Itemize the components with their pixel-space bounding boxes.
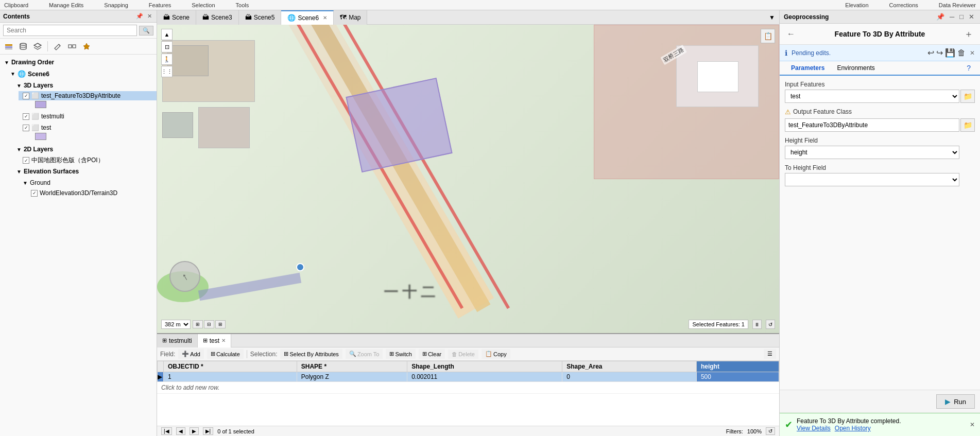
map-viewport[interactable]: 双桥三路 一十二 ▲ ⊡ 🚶 ⋮⋮ ↑ 📋 [157,25,779,333]
geo-pending-close[interactable]: ✕ [970,49,975,57]
prev-record-btn[interactable]: ◀ [176,427,185,435]
geo-back-button[interactable]: ← [785,28,797,40]
edit-icon[interactable] [52,41,63,52]
pin-button[interactable]: 📌 [134,12,145,20]
tab-map[interactable]: 🗺 Map [334,10,367,25]
layer-checkbox-testmulti[interactable] [23,113,29,120]
view-details-link[interactable]: View Details [797,425,831,432]
attr-tab-testmulti[interactable]: ⊞ testmulti [157,334,198,347]
geo-undo-btn[interactable]: ↩ [927,48,934,58]
switch-button[interactable]: ⊞ Switch [386,349,415,359]
run-button[interactable]: ▶ Run [936,394,975,409]
layers-2d-label[interactable]: ▼ 2D Layers [12,144,157,155]
tab-scene3[interactable]: 🏔 Scene3 [196,10,239,25]
geo-tab-environments[interactable]: Environments [831,61,881,76]
tab-dropdown-button[interactable]: ▼ [765,14,779,21]
geo-discard-btn[interactable]: 🗑 [957,48,966,58]
group-icon[interactable] [66,41,78,52]
geo-close-btn[interactable]: ✕ [967,12,976,21]
layer-item-testmulti[interactable]: ⬜ testmulti [19,112,157,121]
geo-redo-btn[interactable]: ↪ [936,48,943,58]
layer-item-china-map[interactable]: 中国地图彩色版（含POI） [19,155,157,166]
elevation-surfaces-label[interactable]: ▼ Elevation Surfaces [12,166,157,177]
calculate-button[interactable]: ⊞ Calculate [207,349,244,359]
col-header-shape-length[interactable]: Shape_Length [407,361,562,372]
tab-scene5[interactable]: 🏔 Scene5 [239,10,282,25]
geo-add-button[interactable]: ＋ [962,28,975,40]
col-header-objectid[interactable]: OBJECTID * [164,361,297,372]
tab-scene6[interactable]: 🌐 Scene6 ✕ [281,10,334,25]
layer-checkbox-test[interactable] [23,125,29,131]
geo-help-button[interactable]: ? [962,61,975,75]
tab-scene6-close[interactable]: ✕ [323,15,327,21]
geo-tab-parameters[interactable]: Parameters [785,61,831,76]
cell-height[interactable]: 500 [696,372,779,382]
select-by-attributes-button[interactable]: ⊞ Select By Attributes [280,349,342,359]
scale-btn-3[interactable]: ⊞ [215,320,226,328]
zoom-to-button[interactable]: 🔍 Zoom To [346,349,383,359]
tab-scene[interactable]: 🏔 Scene [157,10,196,25]
col-header-shape[interactable]: SHAPE * [297,361,407,372]
add-field-button[interactable]: ➕ Add [178,349,204,359]
ground-label[interactable]: ▼ Ground [19,177,157,188]
output-folder-btn[interactable]: 📁 [960,118,975,132]
map-zoom-in-btn[interactable]: ▲ [161,29,173,40]
database-icon[interactable] [18,41,29,52]
map-note-icon[interactable]: 📋 [761,29,775,43]
cell-objectid[interactable]: 1 [164,372,297,382]
input-features-folder-btn[interactable]: 📁 [960,90,975,103]
cell-shape[interactable]: Polygon Z [297,372,407,382]
table-row[interactable]: ▶ 1 Polygon Z 0.002011 0 500 [158,372,779,382]
layer-icon[interactable] [32,41,43,52]
open-history-link[interactable]: Open History [835,425,871,432]
zoom-refresh-btn[interactable]: ↺ [766,427,775,435]
delete-button[interactable]: 🗑 Delete [448,350,478,359]
menu-button[interactable]: ☰ [764,349,776,359]
geo-pin-btn[interactable]: 📌 [935,12,946,21]
output-feature-class-input[interactable] [785,118,959,132]
clear-button[interactable]: ⊞ Clear [419,349,445,359]
map-zoom-out-btn[interactable]: 🚶 [161,54,173,65]
scale-select[interactable]: 382 m [161,320,191,329]
success-close-btn[interactable]: ✕ [970,421,975,428]
next-record-btn[interactable]: ▶ [190,427,199,435]
copy-button[interactable]: 📋 Copy [482,349,510,359]
cell-shape-area[interactable]: 0 [562,372,697,382]
layer-checkbox-world-elev[interactable] [31,190,38,197]
search-button[interactable]: 🔍 [139,26,153,36]
add-layer-icon[interactable] [3,41,14,52]
refresh-button[interactable]: ↺ [766,320,775,329]
attribute-table[interactable]: OBJECTID * SHAPE * Shape_Length Shape_Ar… [157,361,779,426]
layer-item-test-feature[interactable]: ⬜ test_FeatureTo3DByAttribute [19,91,157,100]
new-row-hint[interactable]: Click to add new row. [157,382,779,394]
col-header-shape-area[interactable]: Shape_Area [562,361,697,372]
layer-checkbox-china[interactable] [23,157,29,164]
col-header-height[interactable]: height [696,361,779,372]
scale-btn-2[interactable]: ⊟ [204,320,214,328]
first-record-btn[interactable]: |◀ [161,427,172,435]
layer-checkbox-feature[interactable] [23,93,29,99]
cell-shape-length[interactable]: 0.002011 [407,372,562,382]
map-zoom-extent-btn[interactable]: ⊡ [161,41,173,53]
layer-item-world-elevation[interactable]: WorldElevation3D/Terrain3D [19,188,157,198]
attr-tab-test[interactable]: ⊞ test ✕ [198,334,231,347]
search-input[interactable] [3,25,137,36]
geo-maximize-btn[interactable]: □ [958,12,965,21]
close-panel-button[interactable]: ✕ [146,12,153,20]
last-record-btn[interactable]: ▶| [203,427,214,435]
input-features-select[interactable]: test [785,90,959,103]
map-navigate-btn[interactable]: ⋮⋮ [161,66,173,77]
geo-minimize-btn[interactable]: ─ [948,12,956,21]
nav-compass[interactable]: ↑ [169,261,200,292]
scene6-label[interactable]: ▼ 🌐 Scene6 [6,68,157,80]
layers-3d-label[interactable]: ▼ 3D Layers [12,80,157,91]
star-icon[interactable] [81,41,92,52]
drawing-order-label[interactable]: ▼ Drawing Order [0,57,157,68]
attr-tab-close[interactable]: ✕ [221,338,226,343]
scale-btn-1[interactable]: ⊞ [193,320,203,328]
layer-item-test[interactable]: ⬜ test [19,123,157,132]
height-field-select[interactable]: height [785,146,959,159]
geo-save-btn[interactable]: 💾 [945,48,955,58]
pause-button[interactable]: ⏸ [752,320,762,329]
to-height-field-select[interactable] [785,173,959,186]
